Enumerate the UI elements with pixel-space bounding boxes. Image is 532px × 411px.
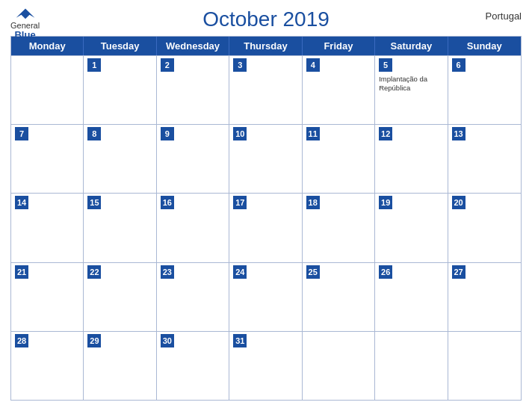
day-header-sunday: Sunday [448,37,521,55]
holiday-text: Implantação da República [379,75,443,93]
day-cell: 10 [229,125,302,193]
day-cell: 17 [229,194,302,262]
day-number: 13 [452,127,466,140]
day-cell [375,332,448,400]
day-number: 4 [306,58,320,72]
day-number: 17 [233,196,247,209]
day-cell: 8 [84,125,156,193]
day-cell: 31 [229,332,302,400]
day-number: 3 [233,58,247,72]
day-cell: 9 [157,125,229,193]
logo-icon [15,7,36,21]
day-number: 8 [87,127,101,140]
day-cell: 29 [84,332,156,400]
day-number: 2 [161,58,174,72]
day-cell: 11 [303,125,375,193]
logo: General Blue [10,7,40,40]
day-number: 31 [233,334,247,347]
week-row-2: 78910111213 [11,124,521,193]
day-cell: 1 [84,56,156,124]
day-cell: 7 [11,125,84,193]
day-header-tuesday: Tuesday [84,37,156,55]
day-number: 15 [87,196,101,209]
day-number: 16 [161,196,174,209]
day-cell: 15 [84,194,156,262]
day-cell [448,332,521,400]
day-cell: 28 [11,332,84,400]
day-header-thursday: Thursday [229,37,302,55]
day-number: 9 [161,127,174,140]
day-number: 11 [306,127,320,140]
month-title: October 2019 [202,7,330,31]
day-cell: 24 [229,263,302,331]
day-number: 30 [161,334,174,347]
day-number: 25 [306,265,320,279]
calendar-grid: MondayTuesdayWednesdayThursdayFridaySatu… [10,36,522,401]
day-number: 20 [452,196,466,209]
day-number: 27 [452,265,466,279]
week-row-5: 28293031 [11,331,521,400]
day-cell [303,332,375,400]
calendar-container: General Blue October 2019 Portugal Monda… [0,0,532,411]
day-cell: 22 [84,263,156,331]
day-number: 14 [15,196,28,209]
day-cell: 4 [303,56,375,124]
day-number: 28 [15,334,28,347]
day-number: 22 [87,265,101,279]
day-number: 26 [379,265,392,279]
logo-blue: Blue [14,30,35,40]
day-number: 12 [379,127,392,140]
day-cell: 18 [303,194,375,262]
day-cell: 6 [448,56,521,124]
week-row-3: 14151617181920 [11,193,521,262]
day-number: 29 [87,334,101,347]
day-cell [11,56,84,124]
day-cell: 3 [229,56,302,124]
week-row-4: 21222324252627 [11,262,521,331]
day-number: 19 [379,196,392,209]
day-cell: 2 [157,56,229,124]
day-cell: 26 [375,263,448,331]
day-number: 1 [87,58,101,72]
day-header-saturday: Saturday [375,37,448,55]
day-number: 7 [15,127,28,140]
day-cell: 25 [303,263,375,331]
day-number: 6 [452,58,466,72]
day-header-wednesday: Wednesday [157,37,229,55]
day-header-friday: Friday [303,37,375,55]
day-cell: 5Implantação da República [375,56,448,124]
day-cell: 27 [448,263,521,331]
day-cell: 19 [375,194,448,262]
day-cell: 13 [448,125,521,193]
svg-marker-0 [16,8,34,19]
day-headers-row: MondayTuesdayWednesdayThursdayFridaySatu… [11,37,521,55]
day-cell: 23 [157,263,229,331]
day-number: 5 [379,58,392,72]
day-number: 21 [15,265,28,279]
day-cell: 20 [448,194,521,262]
weeks-container: 12345Implantação da República67891011121… [11,55,521,400]
country-label: Portugal [486,10,522,22]
week-row-1: 12345Implantação da República6 [11,55,521,124]
day-cell: 12 [375,125,448,193]
day-cell: 14 [11,194,84,262]
day-number: 23 [161,265,174,279]
day-number: 10 [233,127,247,140]
day-cell: 30 [157,332,229,400]
day-number: 24 [233,265,247,279]
day-cell: 21 [11,263,84,331]
calendar-header: General Blue October 2019 Portugal [10,7,522,31]
day-cell: 16 [157,194,229,262]
day-number: 18 [306,196,320,209]
